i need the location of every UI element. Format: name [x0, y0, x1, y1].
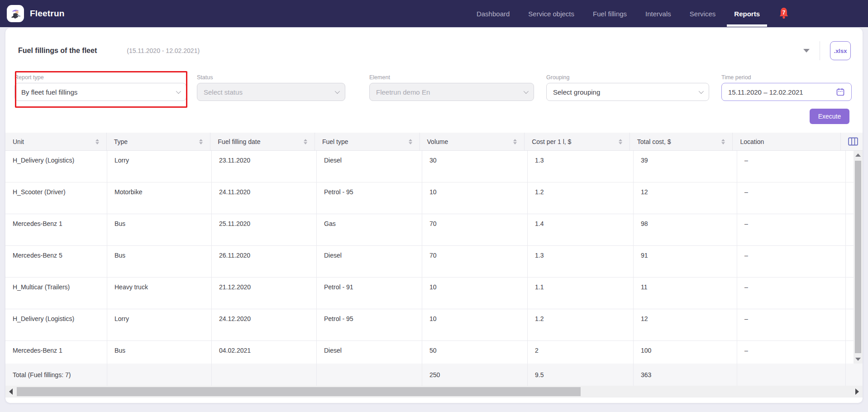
- table-cell: –: [737, 341, 846, 364]
- scroll-right-arrow-icon[interactable]: [855, 388, 859, 395]
- table-cell: Mercedes-Benz 1: [5, 341, 107, 364]
- chevron-down-icon: [335, 89, 340, 94]
- table-cell: [212, 364, 317, 386]
- table-body: H_Delivery (Logistics) Lorry 23.11.2020 …: [5, 151, 863, 364]
- column-header-unit[interactable]: Unit: [5, 133, 107, 150]
- report-table: Unit Type Fuel filling date Fuel type Vo…: [5, 133, 863, 403]
- element-value: Fleetrun demo En: [376, 88, 430, 96]
- total-cost-per-l: 9.5: [528, 364, 634, 386]
- table-row[interactable]: H_Delivery (Logistics) Lorry 23.11.2020 …: [5, 151, 863, 182]
- table-cell: –: [737, 278, 846, 309]
- table-cell: H_Delivery (Logistics): [5, 151, 107, 182]
- table-cell: 10: [422, 309, 528, 340]
- element-select[interactable]: Fleetrun demo En: [369, 83, 534, 101]
- nav-item-reports[interactable]: Reports: [734, 10, 760, 18]
- report-title: Fuel fillings of the fleet: [18, 47, 97, 55]
- table-cell: 26.11.2020: [212, 246, 317, 277]
- table-cell: 1.3: [528, 151, 634, 182]
- filter-report-type: Report type By fleet fuel fillings: [14, 74, 186, 101]
- filter-time-period: Time period 15.11.2020 – 12.02.2021: [721, 74, 852, 101]
- table-cell: 30: [422, 151, 528, 182]
- nav-item-service-objects[interactable]: Service objects: [528, 10, 574, 18]
- table-cell: 04.02.2021: [212, 341, 317, 364]
- nav-item-fuel-fillings[interactable]: Fuel fillings: [593, 10, 627, 18]
- chevron-down-icon: [699, 89, 704, 94]
- total-volume: 250: [422, 364, 528, 386]
- element-label: Element: [369, 74, 534, 81]
- table-cell: 21.12.2020: [212, 278, 317, 309]
- report-card: Fuel fillings of the fleet (15.11.2020 -…: [5, 28, 863, 403]
- fleetrun-logo[interactable]: [7, 5, 24, 22]
- scroll-left-arrow-icon[interactable]: [9, 388, 13, 395]
- time-period-value: 15.11.2020 – 12.02.2021: [728, 88, 803, 96]
- nav-item-dashboard[interactable]: Dashboard: [477, 10, 510, 18]
- filter-grouping: Grouping Select grouping: [546, 74, 709, 101]
- table-cell: [737, 364, 846, 386]
- column-header-fuel-type[interactable]: Fuel type: [315, 133, 420, 150]
- table-cell: Lorry: [107, 309, 212, 340]
- table-cell: H_Delivery (Logistics): [5, 309, 107, 340]
- status-label: Status: [197, 74, 345, 81]
- table-cell: 11: [634, 278, 737, 309]
- table-row[interactable]: H_Scooter (Driver) Motorbike 24.11.2020 …: [5, 182, 863, 214]
- time-period-input[interactable]: 15.11.2020 – 12.02.2021: [721, 83, 852, 101]
- nav-item-intervals[interactable]: Intervals: [645, 10, 671, 18]
- column-header-type[interactable]: Type: [107, 133, 211, 150]
- grouping-select[interactable]: Select grouping: [546, 83, 709, 101]
- calendar-icon: [836, 87, 845, 96]
- notifications-button[interactable]: 7: [778, 7, 789, 20]
- report-type-select[interactable]: By fleet fuel fillings: [14, 83, 186, 101]
- vertical-scrollbar-thumb[interactable]: [855, 161, 861, 353]
- table-cell: 1.2: [528, 309, 634, 340]
- table-cell: Diesel: [317, 341, 422, 364]
- table-cell: 25.11.2020: [212, 214, 317, 245]
- column-header-total-cost[interactable]: Total cost, $: [630, 133, 733, 150]
- table-cell: 1.3: [528, 246, 634, 277]
- table-cell: 70: [422, 246, 528, 277]
- chevron-down-icon: [524, 89, 529, 94]
- table-row[interactable]: Mercedes-Benz 1 Bus 25.11.2020 Gas 70 1.…: [5, 214, 863, 246]
- table-cell: Bus: [107, 246, 212, 277]
- grouping-label: Grouping: [546, 74, 709, 81]
- report-type-value: By fleet fuel fillings: [21, 88, 77, 96]
- sort-icon: [513, 139, 517, 144]
- table-cell: 100: [634, 341, 737, 364]
- horizontal-scrollbar[interactable]: [5, 386, 863, 398]
- column-header-fuel-filling-date[interactable]: Fuel filling date: [210, 133, 315, 150]
- export-xlsx-button[interactable]: .xlsx: [830, 41, 851, 60]
- table-cell: Petrol - 95: [317, 309, 422, 340]
- table-cell: [317, 364, 422, 386]
- total-label: Total (Fuel fillings: 7): [5, 364, 107, 386]
- table-cell: [107, 364, 212, 386]
- column-header-volume[interactable]: Volume: [420, 133, 525, 150]
- column-settings-icon[interactable]: [848, 137, 858, 146]
- vertical-scrollbar[interactable]: [854, 151, 863, 364]
- table-total-row: Total (Fuel fillings: 7) 250 9.5 363: [5, 364, 863, 386]
- table-row[interactable]: H_Delivery (Logistics) Lorry 24.12.2020 …: [5, 309, 863, 341]
- table-row[interactable]: H_Multicar (Trailers) Heavy truck 21.12.…: [5, 278, 863, 309]
- status-select[interactable]: Select status: [197, 83, 345, 101]
- scroll-up-arrow-icon[interactable]: [855, 153, 861, 157]
- sort-icon: [409, 139, 412, 144]
- sort-icon: [619, 139, 622, 144]
- column-header-cost-per-l[interactable]: Cost per 1 l, $: [525, 133, 630, 150]
- table-cell-filler: [846, 364, 863, 386]
- total-cost: 363: [634, 364, 737, 386]
- table-row[interactable]: Mercedes-Benz 1 Bus 04.02.2021 Diesel 50…: [5, 341, 863, 364]
- execute-button[interactable]: Execute: [810, 109, 849, 124]
- grouping-placeholder: Select grouping: [553, 88, 600, 96]
- report-type-label: Report type: [14, 74, 186, 81]
- table-row[interactable]: Mercedes-Benz 5 Bus 26.11.2020 Diesel 70…: [5, 246, 863, 278]
- collapse-chevron-icon[interactable]: [803, 49, 810, 53]
- table-cell: H_Scooter (Driver): [5, 182, 107, 214]
- filter-status: Status Select status: [197, 74, 345, 101]
- scroll-down-arrow-icon[interactable]: [855, 358, 861, 361]
- column-header-location[interactable]: Location: [733, 133, 841, 150]
- brand-name[interactable]: Fleetrun: [30, 9, 65, 19]
- table-cell: Lorry: [107, 151, 212, 182]
- table-cell: –: [737, 182, 846, 214]
- report-date-range: (15.11.2020 - 12.02.2021): [127, 47, 200, 54]
- nav-item-services[interactable]: Services: [690, 10, 716, 18]
- horizontal-scrollbar-thumb[interactable]: [17, 387, 581, 396]
- table-cell: 91: [634, 246, 737, 277]
